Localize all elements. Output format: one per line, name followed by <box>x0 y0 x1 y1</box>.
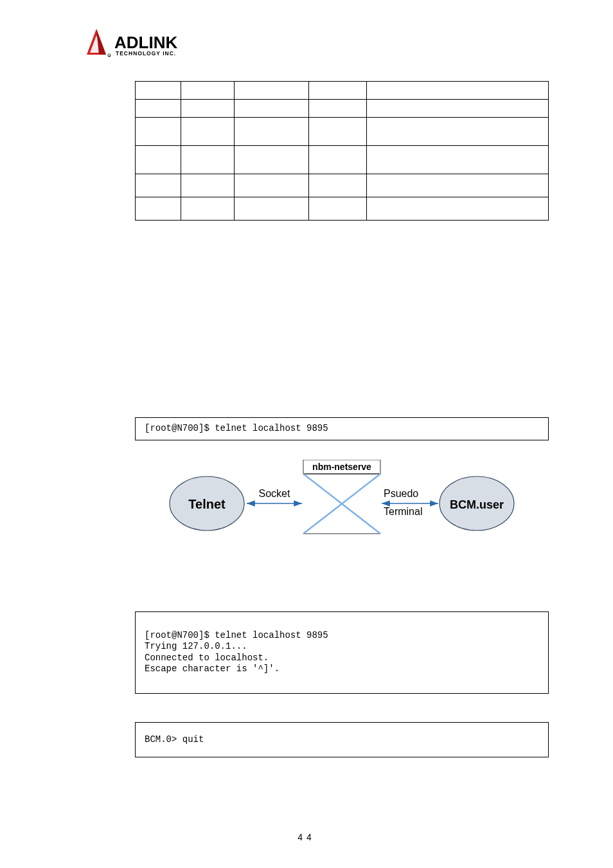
table-cell <box>309 82 367 100</box>
table-cell <box>181 174 235 197</box>
table-cell <box>235 197 309 221</box>
diagram-left-node: Telnet <box>188 497 226 511</box>
architecture-diagram: nbm-netserve Telnet BCM.user <box>135 460 549 543</box>
table-cell <box>136 197 181 221</box>
code-line: Connected to localhost. <box>145 653 269 663</box>
diagram-right-label-bottom: Terminal <box>384 506 422 517</box>
table-cell <box>309 174 367 197</box>
port-mapping-table <box>135 81 549 221</box>
table-cell <box>235 100 309 118</box>
table-cell <box>181 197 235 221</box>
table-cell <box>235 174 309 197</box>
table-cell <box>235 118 309 146</box>
diagram-right-node: BCM.user <box>450 498 504 511</box>
svg-text:Psuedo: Psuedo <box>384 488 418 499</box>
table-cell <box>367 197 549 221</box>
table-cell <box>309 146 367 174</box>
code-line: Escape character is '^]'. <box>145 664 280 674</box>
table-cell <box>235 146 309 174</box>
table-cell <box>136 174 181 197</box>
page-number: 44 <box>298 832 315 842</box>
table-cell <box>136 100 181 118</box>
diagram-title: nbm-netserve <box>312 462 371 472</box>
table-cell <box>181 100 235 118</box>
code-line: Trying 127.0.0.1... <box>145 641 247 651</box>
table-cell <box>367 100 549 118</box>
table-cell <box>309 197 367 221</box>
table-cell <box>136 118 181 146</box>
code-block-3: BCM.0> quit <box>135 722 549 758</box>
table-cell <box>136 146 181 174</box>
code-line: [root@N700]$ telnet localhost 9895 <box>145 630 328 640</box>
logo-text: ADLINK <box>114 33 177 52</box>
table-cell <box>181 146 235 174</box>
adlink-logo: R ADLINK TECHNOLOGY INC. <box>84 26 549 62</box>
diagram-right-label-top: Psuedo <box>384 488 418 499</box>
logo-tagline: TECHNOLOGY INC. <box>116 50 176 57</box>
table-cell <box>367 146 549 174</box>
table-cell <box>367 174 549 197</box>
table-cell <box>367 118 549 146</box>
code-block-2: [root@N700]$ telnet localhost 9895 Tryin… <box>135 611 549 694</box>
table-cell <box>181 82 235 100</box>
code-block-1: [root@N700]$ telnet localhost 9895 <box>135 417 549 440</box>
table-cell <box>136 82 181 100</box>
diagram-left-label: Socket <box>259 488 290 499</box>
table-cell <box>235 82 309 100</box>
table-cell <box>181 118 235 146</box>
table-cell <box>367 82 549 100</box>
table-cell <box>309 100 367 118</box>
table-cell <box>309 118 367 146</box>
code-line: [root@N700]$ telnet localhost 9895 <box>145 423 328 433</box>
code-line: BCM.0> quit <box>145 734 204 745</box>
